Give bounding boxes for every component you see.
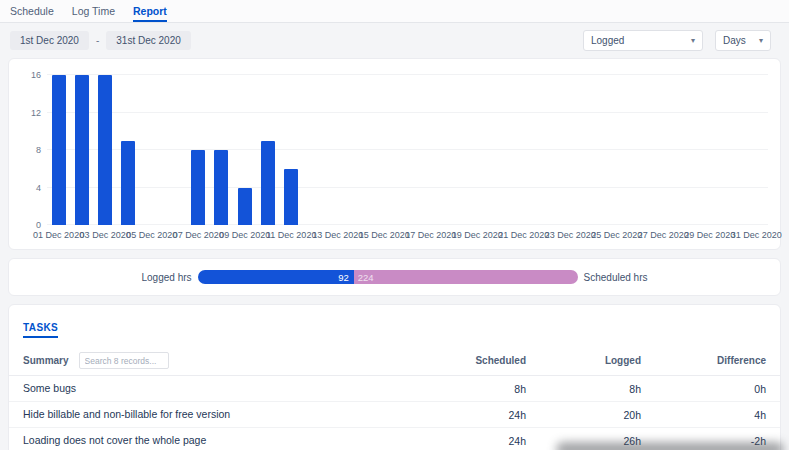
bar-slot: [489, 75, 512, 225]
x-tick-label: 15 Dec 2020: [359, 230, 410, 240]
chevron-down-icon: ▾: [759, 36, 763, 45]
cell-summary: Loading does not cover the whole page: [23, 433, 436, 448]
logged-hrs-label: Logged hrs: [142, 272, 192, 283]
x-tick-label: 05 Dec 2020: [126, 230, 177, 240]
bar[interactable]: [121, 141, 135, 225]
scheduled-hours-value: 224: [358, 272, 374, 283]
bar-slot: [745, 75, 768, 225]
bar[interactable]: [75, 75, 89, 225]
bar-slot: [70, 75, 93, 225]
cell-scheduled: 8h: [436, 383, 526, 395]
bar-slot: [559, 75, 582, 225]
bar-slot: [443, 75, 466, 225]
bar-slot: [419, 75, 442, 225]
bar-slot: [582, 75, 605, 225]
x-tick-label: 27 Dec 2020: [638, 230, 689, 240]
cell-difference: 4h: [641, 409, 766, 421]
bar-slot: [536, 75, 559, 225]
tasks-table-header: Summary Scheduled Logged Difference: [9, 346, 780, 376]
bar[interactable]: [261, 141, 275, 225]
x-tick-label: 09 Dec 2020: [219, 230, 270, 240]
tab-log-time[interactable]: Log Time: [72, 5, 115, 22]
logged-column-header[interactable]: Logged: [526, 355, 641, 366]
cell-scheduled: 24h: [436, 409, 526, 421]
scheduled-bar: 224: [354, 270, 578, 284]
period-dropdown-value: Days: [723, 35, 746, 46]
bar[interactable]: [238, 188, 252, 226]
bar-slot: [605, 75, 628, 225]
period-dropdown[interactable]: Days ▾: [715, 30, 771, 51]
tab-schedule[interactable]: Schedule: [10, 5, 54, 22]
bottom-shadow-artifact: [556, 442, 784, 450]
y-tick-label: 4: [19, 183, 41, 193]
search-input[interactable]: [79, 352, 169, 369]
bar-plot: [47, 75, 768, 225]
progress-card: Logged hrs 92 224 Scheduled hrs: [8, 258, 781, 296]
tasks-card: TASKS Summary Scheduled Logged Differenc…: [8, 304, 781, 450]
bar-slot: [652, 75, 675, 225]
logged-hours-value: 92: [338, 272, 349, 283]
x-tick-label: 21 Dec 2020: [498, 230, 549, 240]
bar-slot: [47, 75, 70, 225]
bar-slot: [349, 75, 372, 225]
x-tick-label: 19 Dec 2020: [452, 230, 503, 240]
bar-slot: [210, 75, 233, 225]
bar-slot: [466, 75, 489, 225]
metric-dropdown-value: Logged: [591, 35, 624, 46]
tasks-section-title: TASKS: [23, 322, 58, 338]
cell-logged: 20h: [526, 409, 641, 421]
bar-slot: [187, 75, 210, 225]
controls-row: 1st Dec 2020 - 31st Dec 2020 Logged ▾ Da…: [10, 30, 771, 51]
cell-difference: 0h: [641, 383, 766, 395]
bar-slot: [326, 75, 349, 225]
bar-chart: 0481216: [47, 75, 768, 225]
bar-slot: [256, 75, 279, 225]
bar-slot: [512, 75, 535, 225]
table-row[interactable]: Some bugs8h8h0h: [9, 376, 780, 402]
date-to-button[interactable]: 31st Dec 2020: [106, 31, 191, 50]
bar[interactable]: [191, 150, 205, 225]
cell-summary: Hide billable and non-billable for free …: [23, 407, 436, 422]
bar-slot: [140, 75, 163, 225]
bar-slot: [163, 75, 186, 225]
bar-slot: [94, 75, 117, 225]
x-tick-label: 13 Dec 2020: [312, 230, 363, 240]
bar-slot: [396, 75, 419, 225]
top-nav: Schedule Log Time Report: [0, 0, 789, 23]
logged-bar: 92: [198, 270, 354, 284]
x-tick-label: 31 Dec 2020: [731, 230, 782, 240]
bar-slot: [373, 75, 396, 225]
cell-logged: 8h: [526, 383, 641, 395]
bar[interactable]: [52, 75, 66, 225]
y-tick-label: 0: [19, 220, 41, 230]
summary-header-cell: Summary: [23, 352, 436, 369]
x-tick-label: 25 Dec 2020: [591, 230, 642, 240]
metric-dropdown[interactable]: Logged ▾: [583, 30, 703, 51]
scheduled-column-header[interactable]: Scheduled: [436, 355, 526, 366]
bar[interactable]: [98, 75, 112, 225]
y-tick-label: 8: [19, 145, 41, 155]
x-tick-label: 11 Dec 2020: [266, 230, 316, 240]
date-from-button[interactable]: 1st Dec 2020: [10, 31, 89, 50]
table-row[interactable]: Hide billable and non-billable for free …: [9, 402, 780, 428]
bar-slot: [233, 75, 256, 225]
cell-summary: Some bugs: [23, 381, 436, 396]
bar-slot: [280, 75, 303, 225]
cell-scheduled: 24h: [436, 435, 526, 447]
summary-column-header: Summary: [23, 355, 69, 366]
tasks-table-body: Some bugs8h8h0hHide billable and non-bil…: [9, 376, 780, 450]
x-tick-label: 07 Dec 2020: [173, 230, 224, 240]
x-tick-label: 23 Dec 2020: [545, 230, 596, 240]
bar[interactable]: [214, 150, 228, 225]
chevron-down-icon: ▾: [691, 36, 695, 45]
progress-bar: 92 224: [198, 270, 578, 284]
y-tick-label: 12: [19, 108, 41, 118]
x-tick-label: 01 Dec 2020: [33, 230, 84, 240]
difference-column-header[interactable]: Difference: [641, 355, 766, 366]
x-tick-label: 29 Dec 2020: [684, 230, 735, 240]
tab-report[interactable]: Report: [133, 5, 167, 22]
bar-slot: [722, 75, 745, 225]
scheduled-hrs-label: Scheduled hrs: [584, 272, 648, 283]
bar-slot: [117, 75, 140, 225]
bar[interactable]: [284, 169, 298, 225]
